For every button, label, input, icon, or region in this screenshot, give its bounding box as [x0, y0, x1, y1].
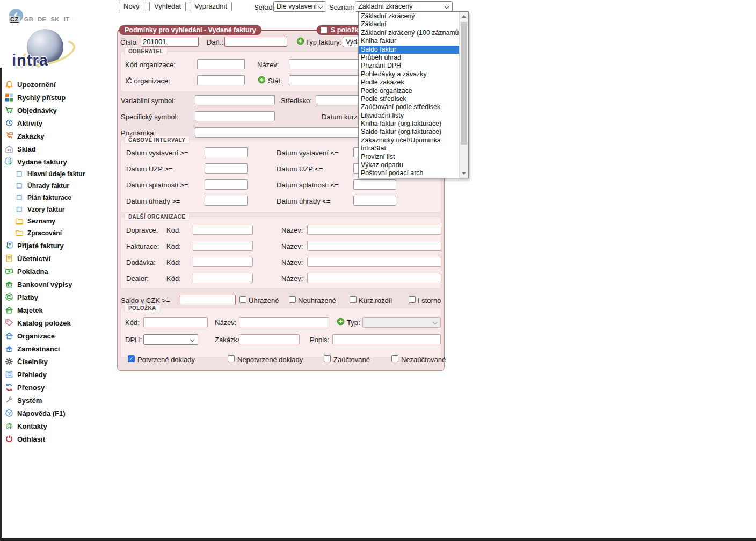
dropdown-option[interactable]: Kniha faktur (org.fakturace): [359, 120, 459, 128]
dropdown-option[interactable]: Zákaznický účet/Upomínka: [359, 136, 459, 145]
polozka-kod-input[interactable]: [143, 317, 208, 327]
uhrazene-checkbox[interactable]: [239, 296, 246, 303]
sidebar-item[interactable]: Aktivity: [3, 117, 114, 129]
nezauctovane-checkbox[interactable]: [391, 355, 398, 362]
plus-icon[interactable]: [337, 318, 345, 326]
new-button[interactable]: Nový: [119, 2, 144, 11]
dropdown-option[interactable]: Likvidační listy: [359, 112, 459, 120]
dropdown-option[interactable]: Základní zkrácený (100 záznamů): [359, 29, 459, 37]
kod-organizace-input[interactable]: [197, 59, 245, 69]
sidebar-item[interactable]: Přenosy: [3, 381, 114, 394]
zakazka-input[interactable]: [239, 334, 300, 344]
sidebar-item[interactable]: Objednávky: [3, 104, 114, 117]
sidebar-item[interactable]: Hlavní údaje faktur: [3, 168, 114, 180]
dan-input[interactable]: [224, 37, 287, 47]
ic-organizace-input[interactable]: [197, 75, 245, 85]
fakturace-nazev-input[interactable]: [307, 241, 441, 251]
language-item[interactable]: DE: [38, 16, 46, 23]
scrollbar-thumb[interactable]: [461, 22, 467, 145]
sidebar-item[interactable]: Organizace: [3, 329, 114, 342]
sidebar-item[interactable]: Účetnictví: [3, 252, 114, 265]
potvrzene-doklady-checkbox[interactable]: [128, 355, 135, 362]
scroll-up-icon[interactable]: [460, 12, 468, 21]
with-items-checkbox[interactable]: [321, 27, 327, 33]
sidebar-item[interactable]: Pokladna: [3, 265, 114, 278]
sidebar-item[interactable]: Odhlásit: [3, 432, 114, 445]
language-item[interactable]: CZ: [9, 16, 20, 23]
dropdown-option[interactable]: Saldo faktur: [359, 46, 459, 54]
sidebar-item[interactable]: Přijaté faktury: [3, 239, 114, 252]
dealer-kod-input[interactable]: [193, 273, 253, 283]
sidebar-item[interactable]: Zaměstnanci: [3, 342, 114, 355]
variabilni-symbol-input[interactable]: [195, 95, 275, 105]
datum-vystaveni-ge-input[interactable]: [205, 147, 248, 157]
datum-uhrady-ge-input[interactable]: [205, 196, 248, 206]
cislo-input[interactable]: [141, 37, 199, 47]
dropdown-option[interactable]: Zaúčtování podle středisek: [359, 103, 459, 111]
sidebar-item[interactable]: Seznamy: [3, 215, 114, 227]
dropdown-option[interactable]: Výkaz odpadu: [359, 161, 459, 169]
dropdown-option[interactable]: Přiznání DPH: [359, 62, 459, 70]
sidebar-item[interactable]: @ Kontakty: [3, 420, 114, 432]
dealer-nazev-input[interactable]: [307, 273, 441, 283]
dropdown-option[interactable]: Poštovní podací arch: [359, 169, 459, 177]
sidebar-item[interactable]: Rychlý přístup: [3, 91, 114, 104]
sidebar-item[interactable]: Majetek: [3, 304, 114, 316]
sidebar-item[interactable]: Přehledy: [3, 368, 114, 381]
sidebar-item[interactable]: Bankovní výpisy: [3, 278, 114, 291]
polozka-typ-select[interactable]: [362, 317, 441, 328]
dropdown-option[interactable]: Základní: [359, 20, 459, 28]
dropdown-option[interactable]: Kniha faktur: [359, 37, 459, 45]
zauctovane-checkbox[interactable]: [324, 355, 331, 362]
fakturace-kod-input[interactable]: [193, 241, 253, 251]
sidebar-item[interactable]: Úhrady faktur: [3, 180, 114, 192]
polozka-nazev-input[interactable]: [239, 317, 329, 327]
neuhrazene-checkbox[interactable]: [289, 296, 296, 303]
plus-icon[interactable]: [296, 37, 304, 45]
saldo-input[interactable]: [180, 295, 236, 305]
dropdown-option[interactable]: Průběh úhrad: [359, 54, 459, 62]
datum-uhrady-le-input[interactable]: [353, 196, 396, 206]
dopravce-nazev-input[interactable]: [307, 225, 441, 235]
sidebar-item[interactable]: Sklad: [3, 142, 114, 155]
datum-uzp-ge-input[interactable]: [205, 163, 248, 174]
dropdown-scrollbar[interactable]: [459, 12, 468, 178]
sidebar-item[interactable]: ? Nápověda (F1): [3, 407, 114, 420]
dropdown-option[interactable]: Podle zakázek: [359, 78, 459, 86]
sidebar-item[interactable]: Plán fakturace: [3, 192, 114, 204]
sidebar-item[interactable]: Vzory faktur: [3, 204, 114, 215]
sidebar-item[interactable]: Číselníky: [3, 355, 114, 368]
sidebar-item[interactable]: Zakázky: [3, 129, 114, 142]
popis-input[interactable]: [332, 334, 441, 344]
sidebar-item[interactable]: Platby: [3, 291, 114, 304]
datum-splatnosti-le-input[interactable]: [353, 179, 396, 190]
sidebar-item[interactable]: Vydané faktury: [3, 155, 114, 168]
search-button[interactable]: Vyhledat: [149, 2, 186, 11]
sort-select[interactable]: Dle vystavení: [273, 1, 326, 12]
dropdown-option[interactable]: Základní zkrácený: [359, 12, 459, 20]
nepotvrzene-doklady-checkbox[interactable]: [228, 355, 235, 362]
dropdown-option[interactable]: Podle středisek: [359, 95, 459, 103]
kurz-rozdil-checkbox[interactable]: [350, 296, 357, 303]
i-storno-checkbox[interactable]: [409, 296, 416, 303]
sidebar-item[interactable]: Katalog položek: [3, 316, 114, 329]
dropdown-option[interactable]: Saldo faktur (org.fakturace): [359, 128, 459, 136]
language-item[interactable]: SK: [50, 16, 59, 23]
dropdown-option[interactable]: IntraStat: [359, 145, 459, 153]
dopravce-kod-input[interactable]: [193, 225, 253, 235]
sidebar-item[interactable]: Zpracování: [3, 227, 114, 239]
sidebar-item[interactable]: Upozornění: [3, 78, 114, 91]
language-item[interactable]: GB: [24, 16, 34, 23]
datum-splatnosti-ge-input[interactable]: [205, 179, 248, 190]
dropdown-option[interactable]: Provizní list: [359, 153, 459, 161]
dropdown-option[interactable]: Pohledávky a závazky: [359, 70, 459, 78]
sidebar-item[interactable]: Systém: [3, 394, 114, 407]
language-item[interactable]: IT: [64, 16, 70, 23]
dph-select[interactable]: [143, 334, 198, 345]
dropdown-option[interactable]: Podle organizace: [359, 87, 459, 95]
dodavka-kod-input[interactable]: [193, 257, 253, 267]
dodavka-nazev-input[interactable]: [307, 257, 441, 267]
lists-select[interactable]: Základní zkrácený: [355, 1, 453, 12]
plus-icon[interactable]: [258, 76, 266, 84]
scroll-down-icon[interactable]: [460, 169, 468, 178]
